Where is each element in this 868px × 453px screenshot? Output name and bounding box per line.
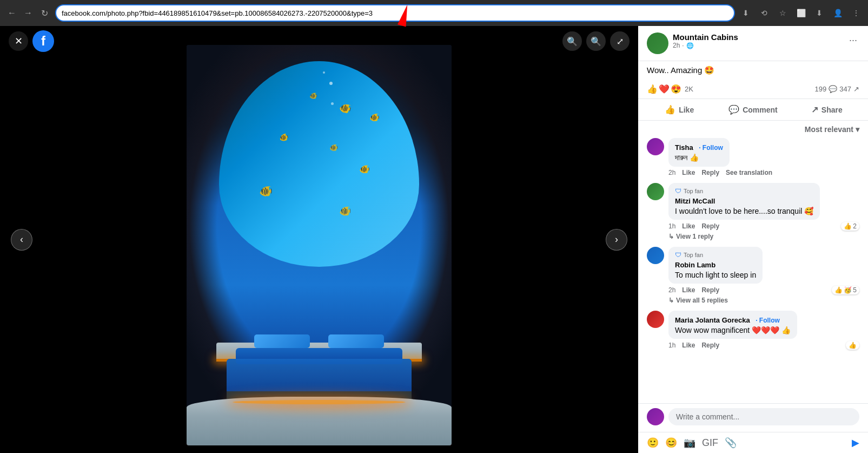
translate-btn[interactable]: ⟲ [757, 5, 772, 21]
screenshot-btn[interactable]: ⬇ [738, 5, 753, 21]
comment-author[interactable]: Tisha [675, 143, 693, 152]
comment-like-count: 👍 🥳 5 [832, 286, 859, 294]
comment-reply-action[interactable]: Reply [701, 169, 719, 176]
comment-input-area: Write a comment... [638, 403, 868, 432]
comment-author[interactable]: Robin Lamb [675, 261, 715, 269]
bed-area [216, 343, 422, 402]
back-button[interactable]: ← [4, 5, 19, 21]
like-count-num: 5 [853, 286, 857, 294]
comment: 🛡 Top fan Mitzi McCall I wouldn't love t… [647, 183, 859, 240]
top-fan-label: Top fan [684, 188, 703, 194]
bed-glow [233, 400, 406, 404]
reaction-stats: 199 💬 347 ↗ [815, 85, 859, 93]
comment-author[interactable]: Mitzi McCall [675, 197, 715, 205]
sticker-button[interactable]: 📎 [725, 437, 737, 449]
reaction-count: 2K [685, 85, 693, 93]
download-btn[interactable]: ⬇ [812, 5, 827, 21]
comment-reply-action[interactable]: Reply [701, 286, 719, 294]
comment-time: 1h [668, 222, 675, 230]
share-button[interactable]: ↗ Share [790, 100, 864, 119]
comment-like-action[interactable]: Like [682, 286, 695, 294]
post-info: Mountain Cabins 2h · 🌐 [673, 32, 843, 49]
comment-button[interactable]: 💬 Comment [716, 100, 790, 119]
comment-label: Comment [743, 106, 778, 114]
post-header: Mountain Cabins 2h · 🌐 ··· [638, 26, 868, 61]
main-layout: ✕ f 🔍 🔍 ⤢ ‹ › 🐠 🐠 🐠 🐠 🐠 🐠 🐠 🐠 [0, 26, 868, 453]
like-count-num: 2 [853, 222, 857, 230]
forward-button[interactable]: → [21, 5, 36, 21]
top-fan-badge: 🛡 Top fan [675, 251, 756, 259]
comment-text: I wouldn't love to be here....so tranqui… [675, 207, 813, 215]
post-text: Wow.. Amazing 🤩 [638, 61, 868, 82]
like-icon: 👍 [665, 104, 675, 115]
comment-actions: 2h Like Reply See translation [668, 169, 859, 176]
comment-body: Maria Jolanta Gorecka · Follow Wow wow m… [668, 311, 859, 350]
comment-like-action[interactable]: Like [682, 222, 695, 230]
close-button[interactable]: ✕ [9, 31, 28, 51]
zoom-in-button[interactable]: 🔍 [562, 31, 582, 51]
browser-actions: ⬇ ⟲ ☆ ⬜ ⬇ 👤 ⋮ [738, 5, 864, 21]
comment: Maria Jolanta Gorecka · Follow Wow wow m… [647, 311, 859, 350]
comment-actions: 2h Like Reply 👍 🥳 5 [668, 286, 859, 294]
follow-link[interactable]: · Follow [756, 317, 780, 324]
post-author-name: Mountain Cabins [673, 32, 843, 42]
address-bar-container [55, 4, 735, 22]
fb-header-actions: 🔍 🔍 ⤢ [562, 31, 630, 51]
nav-buttons: ← → ↻ [4, 5, 52, 21]
comment-body: 🛡 Top fan Mitzi McCall I wouldn't love t… [668, 183, 859, 240]
profile-btn[interactable]: 👤 [830, 5, 845, 21]
heart-emoji: ❤️ [659, 84, 670, 94]
comments-filter[interactable]: Most relevant ▾ [638, 121, 868, 138]
like-label: Like [679, 106, 694, 114]
comment-actions: 1h Like Reply 👍 [668, 341, 859, 350]
address-bar[interactable] [62, 9, 728, 17]
comment-input-box[interactable]: Write a comment... [668, 408, 859, 425]
more-options-button[interactable]: ··· [847, 32, 859, 48]
emoji-toolbar: 🙂 😊 📷 GIF 📎 ▶ [638, 432, 868, 453]
comment-reply-action[interactable]: Reply [701, 222, 719, 230]
shield-icon: 🛡 [675, 251, 681, 259]
like-emoji: 👍 [647, 84, 658, 94]
happy-emoji-button[interactable]: 😊 [665, 437, 677, 449]
comment-time: 2h [668, 286, 675, 294]
reaction-icons[interactable]: 👍 ❤️ 😍 2K [647, 84, 693, 94]
wow-emoji: 😍 [671, 84, 681, 94]
comment-bubble: 🛡 Top fan Robin Lamb To much light to sl… [668, 247, 763, 284]
zoom-out-button[interactable]: 🔍 [586, 31, 606, 51]
camera-emoji-button[interactable]: 📷 [684, 437, 695, 449]
comment-like-action[interactable]: Like [682, 342, 695, 349]
menu-btn[interactable]: ⋮ [849, 5, 864, 21]
extensions-btn[interactable]: ⬜ [793, 5, 809, 21]
view-all-replies-button[interactable]: ↳ View all 5 replies [668, 297, 859, 304]
next-photo-button[interactable]: › [606, 229, 627, 251]
smiley-emoji-button[interactable]: 🙂 [647, 437, 659, 449]
see-translation-link[interactable]: See translation [726, 169, 772, 176]
fb-logo: f [32, 30, 54, 52]
prev-photo-button[interactable]: ‹ [11, 229, 32, 251]
gif-button[interactable]: GIF [702, 437, 718, 449]
comment-body: Tisha · Follow দারুন 👍 2h Like Reply See… [668, 138, 859, 176]
view-replies-button[interactable]: ↳ View 1 reply [668, 233, 859, 240]
fullscreen-button[interactable]: ⤢ [610, 31, 630, 51]
comments-count: 199 [815, 85, 827, 93]
comment-like-action[interactable]: Like [682, 169, 695, 176]
comments-filter-label: Most relevant [805, 125, 853, 134]
view-replies-label: View 1 reply [676, 233, 713, 240]
post-author-avatar [647, 32, 668, 54]
bookmark-btn[interactable]: ☆ [775, 5, 790, 21]
comment-icon: 💬 [728, 104, 739, 115]
follow-link[interactable]: · Follow [699, 144, 723, 152]
reply-arrow-icon: ↳ [668, 233, 674, 240]
top-fan-label: Top fan [684, 252, 703, 258]
reactions-row: 👍 ❤️ 😍 2K 199 💬 347 ↗ [638, 82, 868, 99]
comment-author[interactable]: Maria Jolanta Gorecka [675, 316, 750, 324]
reload-button[interactable]: ↻ [37, 5, 52, 21]
reply-arrow-icon: ↳ [668, 297, 674, 304]
comment-like-count: 👍 2 [841, 222, 859, 231]
like-button[interactable]: 👍 Like [642, 100, 716, 119]
comment-reply-action[interactable]: Reply [701, 342, 719, 349]
comment-actions: 1h Like Reply 👍 2 [668, 222, 859, 231]
send-comment-button[interactable]: ▶ [852, 437, 859, 449]
comments-icon: 💬 [829, 85, 837, 93]
like-reaction-icon: 👍 [844, 222, 852, 230]
